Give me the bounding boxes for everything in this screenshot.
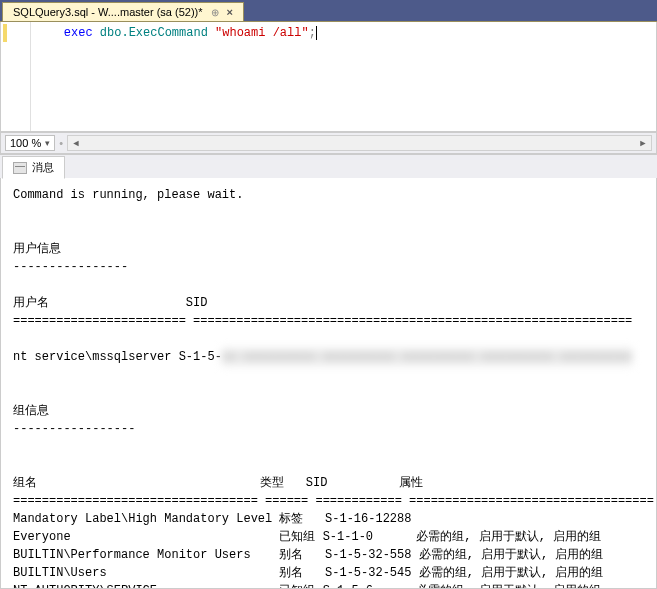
code-area[interactable]: exec dbo.ExecCommand "whoami /all";	[31, 22, 656, 131]
scroll-left-icon[interactable]: ◄	[68, 136, 84, 150]
group-row: BUILTIN\Performance Monitor Users 别名 S-1…	[13, 548, 603, 562]
group-info-title: 组信息	[13, 404, 49, 418]
editor-tab[interactable]: SQLQuery3.sql - W....master (sa (52))* ⊕…	[2, 2, 244, 21]
user-row-name: nt service\mssqlserver S-1-5-	[13, 350, 222, 364]
text-cursor	[316, 26, 317, 40]
zoom-resize-handle[interactable]: •	[59, 137, 63, 149]
zoom-dropdown[interactable]: 100 % ▾	[5, 135, 55, 151]
group-header: 组名 类型 SID 属性	[13, 476, 423, 490]
group-info-underline: -----------------	[13, 422, 135, 436]
user-info-title: 用户信息	[13, 242, 61, 256]
zoom-bar: 100 % ▾ • ◄ ►	[0, 132, 657, 154]
keyword-exec: exec	[64, 26, 93, 40]
user-header: 用户名 SID	[13, 296, 207, 310]
group-row: NT AUTHORITY\SERVICE 已知组 S-1-5-6 必需的组, 启…	[13, 584, 601, 589]
semicolon: ;	[309, 26, 316, 40]
group-row: BUILTIN\Users 别名 S-1-5-32-545 必需的组, 启用于默…	[13, 566, 603, 580]
user-header-line: ======================== ===============…	[13, 314, 632, 328]
proc-name: dbo.ExecCommand	[100, 26, 208, 40]
change-indicator	[3, 24, 7, 42]
pin-icon[interactable]: ⊕	[211, 7, 219, 18]
user-info-underline: ----------------	[13, 260, 128, 274]
sql-editor[interactable]: exec dbo.ExecCommand "whoami /all";	[0, 22, 657, 132]
close-icon[interactable]: ×	[227, 6, 233, 18]
zoom-level: 100 %	[10, 137, 41, 149]
editor-gutter	[1, 22, 31, 131]
tab-title: SQLQuery3.sql - W....master (sa (52))*	[13, 6, 203, 18]
group-row: Mandatory Label\High Mandatory Level 标签 …	[13, 512, 411, 526]
group-row: Everyone 已知组 S-1-1-0 必需的组, 启用于默认, 启用的组	[13, 530, 601, 544]
messages-pane[interactable]: Command is running, please wait. 用户信息 --…	[0, 178, 657, 589]
redacted-sid: xx-xxxxxxxxxx-xxxxxxxxxx-xxxxxxxxxx-xxxx…	[222, 348, 632, 366]
msg-running: Command is running, please wait.	[13, 188, 243, 202]
chevron-down-icon: ▾	[45, 138, 50, 148]
results-tab-strip: 消息	[0, 154, 657, 178]
messages-icon	[13, 162, 27, 174]
group-header-line: ================================== =====…	[13, 494, 654, 508]
editor-tab-strip: SQLQuery3.sql - W....master (sa (52))* ⊕…	[0, 0, 657, 22]
horizontal-scrollbar[interactable]: ◄ ►	[67, 135, 652, 151]
scroll-right-icon[interactable]: ►	[635, 136, 651, 150]
string-literal: "whoami /all"	[215, 26, 309, 40]
messages-tab[interactable]: 消息	[2, 156, 65, 179]
messages-tab-label: 消息	[32, 160, 54, 175]
